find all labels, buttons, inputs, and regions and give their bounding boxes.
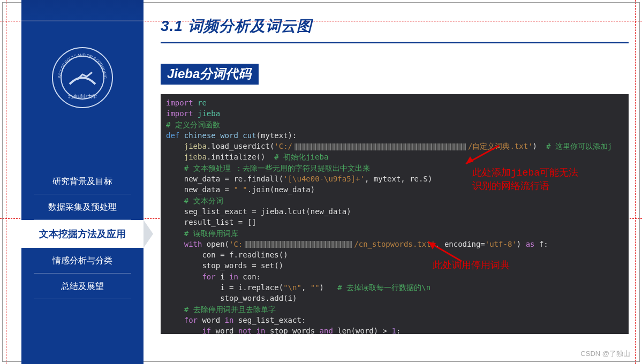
- svg-text:UNIVERSITY OF POSTS AND TELECO: UNIVERSITY OF POSTS AND TELECOMMUNICATIO…: [50, 46, 107, 79]
- main-content: 3.1 词频分析及词云图 Jieba分词代码 import re import …: [161, 16, 629, 353]
- redacted-path-icon: [294, 143, 466, 150]
- subtitle-badge: Jieba分词代码: [161, 64, 259, 85]
- svg-marker-4: [143, 220, 153, 248]
- redacted-path-icon: [245, 241, 352, 248]
- nav-item-text-mining[interactable]: 文本挖掘方法及应用: [21, 220, 143, 248]
- code-block: import re import jieba # 定义分词函数 def chin…: [161, 94, 629, 334]
- nav-active-pointer-icon: [143, 220, 153, 248]
- nav-item-background[interactable]: 研究背景及目标: [34, 169, 131, 194]
- nav-item-sentiment[interactable]: 情感分析与分类: [34, 248, 131, 274]
- watermark: CSDN @了独山: [580, 349, 630, 359]
- nav-item-data-collection[interactable]: 数据采集及预处理: [34, 194, 131, 220]
- sidebar: UNIVERSITY OF POSTS AND TELECOMMUNICATIO…: [21, 0, 143, 364]
- university-seal-icon: UNIVERSITY OF POSTS AND TELECOMMUNICATIO…: [50, 46, 115, 110]
- nav-item-summary[interactable]: 总结及展望: [34, 274, 131, 299]
- section-title: 3.1 词频分析及词云图: [161, 16, 629, 36]
- svg-text:北京邮电大学: 北京邮电大学: [68, 94, 97, 99]
- nav-list: 研究背景及目标 数据采集及预处理 文本挖掘方法及应用 情感分析与分类 总结及展望: [21, 169, 143, 299]
